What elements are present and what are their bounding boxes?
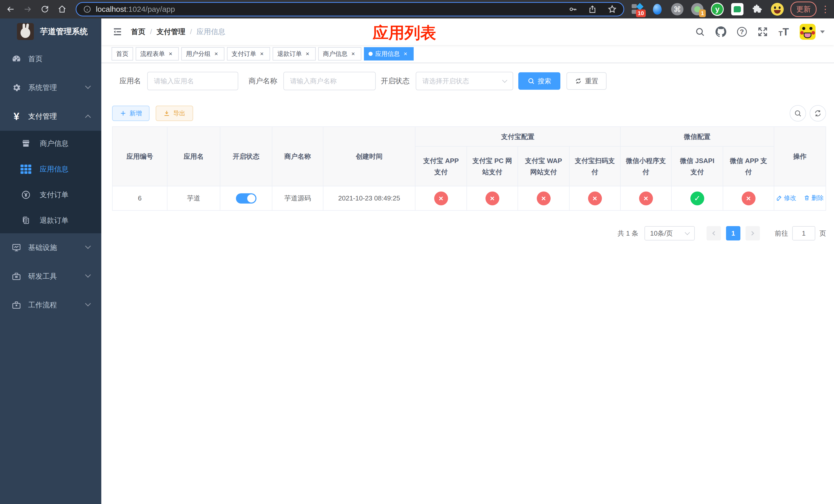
browser-reload-button[interactable] (39, 3, 51, 16)
browser-back-button[interactable] (4, 3, 17, 16)
close-icon[interactable]: × (402, 50, 409, 58)
chevron-down-icon (502, 78, 507, 83)
navbar: 首页 / 支付管理 / 应用信息 ? TT (101, 19, 834, 45)
cross-icon: × (588, 191, 602, 205)
delete-link[interactable]: 删除 (804, 194, 824, 202)
site-info-icon[interactable] (83, 5, 91, 13)
reset-button[interactable]: 重置 (567, 72, 607, 90)
tab-refund-order[interactable]: 退款订单× (272, 47, 316, 61)
extensions-puzzle-icon[interactable] (751, 3, 764, 16)
font-size-icon[interactable]: TT (778, 26, 789, 38)
browser-toolbar: localhost:1024/pay/app 10 ⌘ 1 y 更 (0, 0, 834, 19)
user-avatar[interactable] (799, 24, 815, 40)
cell-app-id: 6 (112, 186, 167, 210)
sidebar-item-home[interactable]: 首页 (0, 45, 101, 73)
url-text: localhost:1024/pay/app (96, 5, 175, 14)
bookmark-star-icon[interactable] (608, 5, 617, 14)
close-icon[interactable]: × (350, 50, 357, 58)
status-select[interactable]: 请选择开启状态 (416, 72, 513, 90)
cross-icon: × (742, 191, 755, 205)
browser-menu-icon[interactable]: ⋮ (821, 4, 830, 15)
close-icon[interactable]: × (304, 50, 311, 58)
cell-merchant: 芋道源码 (272, 186, 323, 210)
sidebar-item-refund-order[interactable]: 退款订单 (0, 208, 101, 233)
page-number-1[interactable]: 1 (726, 226, 740, 240)
tab-merchant-info[interactable]: 商户信息× (318, 47, 361, 61)
extension-recorder-icon[interactable]: 1 (691, 3, 704, 16)
sidebar-item-infrastructure[interactable]: 基础设施 (0, 233, 101, 262)
share-icon[interactable] (588, 5, 597, 14)
extension-badge: 10 (636, 9, 646, 17)
hide-search-button[interactable] (790, 105, 806, 121)
edit-pencil-icon (776, 195, 782, 201)
chevron-down-icon (685, 230, 690, 235)
goto-page-input[interactable] (792, 226, 815, 240)
sidebar-item-merchant-info[interactable]: 商户信息 (0, 131, 101, 156)
app-name-field[interactable] (147, 72, 238, 90)
cross-icon: × (537, 191, 551, 205)
browser-home-button[interactable] (56, 3, 68, 16)
chevron-down-icon (85, 272, 91, 278)
prev-page-button[interactable] (706, 226, 721, 240)
tab-process-form[interactable]: 流程表单× (136, 47, 179, 61)
breadcrumb-current: 应用信息 (197, 27, 225, 37)
cell-created: 2021-10-23 08:49:25 (323, 186, 415, 210)
merchant-name-field[interactable] (283, 72, 376, 90)
tab-home[interactable]: 首页 (112, 47, 133, 61)
edit-link[interactable]: 修改 (776, 194, 796, 202)
search-button[interactable]: 搜索 (518, 72, 561, 90)
fullscreen-icon[interactable] (758, 27, 768, 37)
avatar-caret-icon[interactable] (820, 30, 825, 33)
sidebar-item-pay-order[interactable]: 支付订单 (0, 182, 101, 208)
close-icon[interactable]: × (258, 50, 265, 58)
status-toggle[interactable] (236, 193, 257, 204)
extension-balloon-icon[interactable] (651, 3, 664, 16)
refresh-icon (575, 77, 582, 85)
password-key-icon[interactable] (569, 5, 577, 14)
address-bar[interactable]: localhost:1024/pay/app (76, 2, 624, 17)
breadcrumb-home[interactable]: 首页 (131, 27, 146, 37)
app-title: 芋道管理系统 (40, 26, 88, 37)
cross-icon: × (639, 191, 653, 205)
browser-profile-avatar[interactable] (771, 3, 784, 16)
monitor-icon (10, 243, 23, 253)
chevron-down-icon (85, 83, 91, 89)
sidebar-item-payment[interactable]: ¥ 支付管理 (0, 102, 101, 131)
close-icon[interactable]: × (213, 50, 220, 58)
forward-icon (23, 5, 32, 14)
export-button[interactable]: 导出 (156, 106, 193, 121)
sidebar-item-system[interactable]: 系统管理 (0, 73, 101, 102)
merchant-name-input[interactable] (290, 77, 369, 85)
tab-pay-order[interactable]: 支付订单× (227, 47, 270, 61)
extension-command-icon[interactable]: ⌘ (671, 3, 684, 16)
col-merchant: 商户名称 (272, 127, 323, 186)
add-button[interactable]: 新增 (112, 106, 150, 121)
sidebar-item-workflow[interactable]: 工作流程 (0, 291, 101, 319)
app-logo[interactable]: 芋道管理系统 (0, 19, 101, 45)
extension-chat-icon[interactable] (731, 3, 744, 16)
page-size-select[interactable]: 10条/页 (644, 226, 695, 240)
col-status: 开启状态 (220, 127, 272, 186)
github-icon[interactable] (716, 26, 726, 37)
help-icon[interactable]: ? (737, 27, 747, 37)
browser-forward-button[interactable] (21, 3, 34, 16)
breadcrumb: 首页 / 支付管理 / 应用信息 (131, 27, 225, 37)
app-name-input[interactable] (154, 77, 232, 85)
sidebar-item-dev-tools[interactable]: 研发工具 (0, 262, 101, 291)
tab-user-group[interactable]: 用户分组× (181, 47, 224, 61)
sidebar-toggle-icon[interactable] (112, 26, 123, 37)
tab-app-info[interactable]: 应用信息× (364, 47, 414, 61)
next-page-button[interactable] (746, 226, 760, 240)
chrome-update-button[interactable]: 更新 (790, 2, 816, 17)
extension-y-icon[interactable]: y (711, 3, 724, 16)
breadcrumb-payment[interactable]: 支付管理 (157, 27, 185, 37)
close-icon[interactable]: × (167, 50, 174, 58)
extension-sidebar-icon[interactable]: 10 (631, 3, 644, 16)
header-search-icon[interactable] (695, 27, 705, 37)
chevron-down-icon (85, 243, 91, 249)
table-toolbar: 新增 导出 (112, 105, 826, 121)
grid-icon (20, 165, 32, 174)
sidebar-item-app-info[interactable]: 应用信息 (0, 156, 101, 182)
col-wechat-app: 微信 APP 支付 (723, 146, 774, 186)
refresh-table-button[interactable] (810, 105, 826, 121)
